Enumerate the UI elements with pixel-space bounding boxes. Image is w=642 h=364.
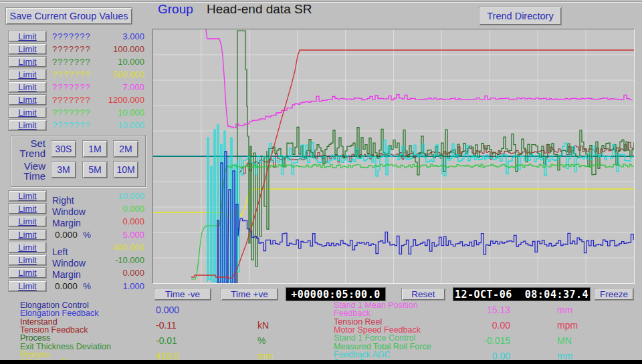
- limit-value: 5.000: [74, 229, 144, 240]
- trace-stand-1-mean-position-feedback: [206, 29, 632, 128]
- limit-button[interactable]: Limit: [8, 43, 47, 55]
- channel-value: 15.13: [465, 305, 510, 315]
- trend-display-screen: Save Current Group Values Group Head-end…: [0, 0, 642, 364]
- channel-value: -0.11: [156, 320, 177, 331]
- trend-view-time-label-line: Trend: [12, 148, 45, 159]
- channel-unit: MN: [557, 335, 572, 346]
- limit-value: 500.000: [74, 69, 144, 80]
- limit-button[interactable]: Limit: [8, 190, 47, 202]
- limit-button[interactable]: Limit: [8, 56, 47, 67]
- limit-value: 0.000: [74, 203, 144, 214]
- trend-chart: [152, 29, 635, 284]
- limit-button[interactable]: Limit: [8, 94, 47, 106]
- channel-value: -0.01: [156, 335, 177, 346]
- channel-unit: mm: [557, 305, 572, 315]
- limit-button[interactable]: Limit: [8, 203, 47, 214]
- limit-value: 400.000: [74, 242, 144, 253]
- top-divider: [0, 1, 642, 3]
- trend-time-button-2m[interactable]: 2M: [113, 140, 138, 158]
- limit-button[interactable]: Limit: [8, 69, 47, 80]
- datetime-display: 12-OCT-06 08:04:37.4: [453, 287, 591, 301]
- trace-screw-posn: [207, 125, 633, 282]
- reset-button[interactable]: Reset: [401, 288, 445, 301]
- bottom-bar: [0, 360, 642, 364]
- limit-button[interactable]: Limit: [8, 31, 47, 42]
- trend-time-button-30s[interactable]: 30S: [51, 140, 76, 158]
- channel-value: 0.000: [156, 305, 179, 315]
- channel-unit: mpm: [557, 320, 578, 331]
- limit-button[interactable]: Limit: [8, 120, 47, 131]
- limit-button[interactable]: Limit: [8, 267, 47, 279]
- trend-view-time-label-line: Time: [12, 170, 45, 182]
- limit-value: 1200.000: [74, 94, 144, 106]
- limit-button[interactable]: Limit: [8, 254, 47, 266]
- trend-time-button-10m[interactable]: 10M: [113, 161, 138, 178]
- freeze-button[interactable]: Freeze: [594, 288, 634, 301]
- group-title: Head-end data SR: [207, 2, 312, 17]
- channel-unit: kN: [257, 320, 269, 331]
- limit-button[interactable]: Limit: [8, 281, 47, 292]
- limit-value: 10.000: [74, 120, 144, 131]
- time-plus-button[interactable]: Time +ve: [221, 288, 278, 301]
- limit-value: 10.000: [74, 107, 144, 118]
- limit-value: 1.000: [74, 281, 144, 292]
- channel-unit: %: [257, 335, 265, 346]
- limit-button[interactable]: Limit: [8, 81, 47, 93]
- limit-value: 3.000: [74, 31, 144, 42]
- margin-label-line: Left: [52, 246, 68, 257]
- trace-elongation-feedback: [217, 152, 633, 283]
- limit-value: 100.000: [74, 43, 144, 55]
- trend-time-button-3m[interactable]: 3M: [51, 161, 76, 178]
- margin-label-line: Right: [52, 195, 74, 206]
- channel-value: 0.00: [465, 320, 510, 331]
- trend-time-button-5m[interactable]: 5M: [82, 161, 108, 178]
- limit-value: 7.000: [74, 81, 144, 93]
- limit-value: 0.000: [74, 267, 144, 279]
- limit-button[interactable]: Limit: [8, 242, 47, 253]
- save-current-group-values-button[interactable]: Save Current Group Values: [5, 7, 132, 25]
- limit-button[interactable]: Limit: [8, 107, 47, 118]
- limit-value: -10.000: [74, 254, 144, 266]
- trend-time-button-1m[interactable]: 1M: [82, 140, 108, 158]
- limit-value: 10.000: [74, 190, 144, 202]
- limit-button[interactable]: Limit: [8, 229, 47, 240]
- limit-button[interactable]: Limit: [8, 216, 47, 227]
- channel-value: -0.015: [465, 335, 510, 346]
- limit-value: 0.000: [74, 216, 144, 227]
- group-label: Group: [158, 2, 193, 17]
- time-minus-button[interactable]: Time -ve: [154, 288, 211, 301]
- elapsed-time-display: +00000:05:00.0: [286, 287, 386, 301]
- limit-value: 10.000: [74, 56, 144, 67]
- trend-chart-canvas: [153, 29, 634, 283]
- trend-directory-button[interactable]: Trend Directory: [479, 7, 562, 25]
